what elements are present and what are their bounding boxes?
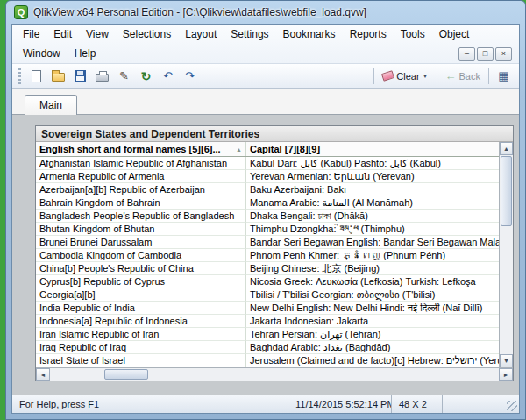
undo-button[interactable]: ↶ (158, 67, 178, 86)
resize-grip[interactable] (507, 401, 517, 411)
undo-icon: ↶ (163, 70, 173, 82)
cell-capital[interactable]: Tehran Persian: تهران (Tehrān) (246, 328, 499, 341)
cell-country[interactable]: Bhutan Kingdom of Bhutan (36, 223, 246, 236)
cell-capital[interactable]: Jerusalem (Claimed and de facto)[c] Hebr… (246, 354, 499, 367)
menu-item-object[interactable]: Object (432, 25, 477, 43)
cell-country[interactable]: China[b] People's Republic of China (36, 262, 246, 275)
table-row: Armenia Republic of ArmeniaYerevan Armen… (36, 170, 499, 183)
menu-item-settings[interactable]: Settings (224, 25, 275, 43)
cell-country[interactable]: Brunei Brunei Darussalam (36, 236, 246, 249)
cell-country[interactable]: Afghanistan Islamic Republic of Afghanis… (36, 157, 246, 170)
horizontal-scrollbar-track[interactable] (148, 368, 499, 381)
cell-capital[interactable]: Tbilisi / T'bilisi Georgian: თბილისი (T'… (246, 288, 499, 302)
cell-capital[interactable]: Bandar Seri Begawan English: Bandar Seri… (246, 236, 499, 249)
cell-capital[interactable]: Phnom Penh Khmer: ភ្នំពេញ (Phnum Pénh) (246, 249, 499, 262)
scroll-down-icon[interactable]: ▼ (500, 354, 513, 367)
reload-icon: ↻ (141, 70, 152, 82)
vertical-scrollbar[interactable]: ▲ ▼ (499, 142, 513, 367)
column-header-capital[interactable]: Capital [7][8][9] (246, 142, 499, 156)
back-button[interactable]: ← Back (442, 67, 484, 86)
cell-capital[interactable]: Baghdad Arabic: بغداد (Baghdād) (246, 341, 499, 354)
open-button[interactable] (48, 67, 68, 86)
status-help-text: For Help, press F1 (12, 395, 288, 413)
menu-item-view[interactable]: View (79, 25, 116, 43)
mdi-close-button[interactable]: × (495, 47, 512, 61)
mdi-window-controls: – □ × (458, 47, 515, 61)
new-icon (32, 70, 41, 82)
edit-script-icon: ✎ (119, 70, 129, 82)
toolbar-left-group: ✎↻↶↷ (26, 67, 200, 86)
cell-country[interactable]: Cambodia Kingdom of Cambodia (36, 249, 246, 262)
menu-item-file[interactable]: File (16, 25, 46, 43)
table-grid: English short and formal names [5][6]...… (36, 142, 513, 367)
tab-main[interactable]: Main (25, 95, 77, 116)
table-row: Bhutan Kingdom of BhutanThimphu Dzongkha… (36, 223, 499, 236)
cell-country[interactable]: Georgia[a][b] (36, 288, 246, 302)
cell-capital[interactable]: Beijing Chinese: 北京 (Beijing) (246, 262, 499, 275)
cell-country[interactable]: Iraq Republic of Iraq (36, 341, 246, 354)
menu-item-layout[interactable]: Layout (178, 25, 224, 43)
cell-capital[interactable]: Dhaka Bengali: ঢাকা (Dhākā) (246, 210, 499, 223)
window-title: QlikView x64 Personal Edition - [C:\Qlik… (33, 6, 366, 18)
mdi-minimize-button[interactable]: – (458, 47, 475, 61)
table-row: China[b] People's Republic of ChinaBeiji… (36, 262, 499, 275)
menu-item-reports[interactable]: Reports (343, 25, 394, 43)
redo-button[interactable]: ↷ (180, 67, 200, 86)
table-row: Azerbaijan[a][b] Republic of AzerbaijanB… (36, 183, 499, 196)
menu-item-edit[interactable]: Edit (46, 25, 79, 43)
save-button[interactable] (70, 67, 90, 86)
cell-capital[interactable]: Thimphu Dzongkha: ཐིམ་ཕུ (Thimphu) (246, 223, 499, 236)
cell-country[interactable]: Indonesia[a] Republic of Indonesia (36, 315, 246, 328)
menu-item-selections[interactable]: Selections (116, 25, 178, 43)
reload-button[interactable]: ↻ (136, 67, 156, 86)
table-row: Afghanistan Islamic Republic of Afghanis… (36, 157, 499, 170)
cell-country[interactable]: Bahrain Kingdom of Bahrain (36, 196, 246, 210)
vertical-scrollbar-track[interactable] (500, 227, 513, 354)
cell-capital[interactable]: Baku Azerbaijani: Bakı (246, 183, 499, 196)
toolbar-separator (437, 68, 437, 84)
sheet-tabstrip: Main (12, 89, 519, 115)
menubar: FileEditViewSelectionsLayoutSettingsBook… (12, 25, 519, 64)
table-row: Bangladesh People's Republic of Banglade… (36, 210, 499, 223)
vertical-scrollbar-thumb[interactable] (501, 156, 512, 226)
horizontal-scrollbar[interactable]: ◄ ► (36, 367, 513, 381)
cell-capital[interactable]: Kabul Dari: كابل (Kābul) Pashto: كابل (K… (246, 157, 499, 170)
cell-capital[interactable]: New Delhi English: New Delhi Hindi: नई द… (246, 302, 499, 315)
table-row: Iran Islamic Republic of IranTehran Pers… (36, 328, 499, 341)
table-box: Sovereign States and Dependent Territori… (35, 125, 514, 381)
cell-capital[interactable]: Jakarta Indonesian: Jakarta (246, 315, 499, 328)
table-row: India Republic of IndiaNew Delhi English… (36, 302, 499, 315)
table-row: Cyprus[b] Republic of CyprusNicosia Gree… (36, 275, 499, 288)
cell-country[interactable]: Cyprus[b] Republic of Cyprus (36, 275, 246, 288)
menu-item-tools[interactable]: Tools (394, 25, 432, 43)
scroll-left-icon[interactable]: ◄ (36, 368, 50, 381)
grid-icon: ▦ (498, 70, 508, 82)
cell-country[interactable]: Armenia Republic of Armenia (36, 170, 246, 183)
toolbar-separator (373, 68, 374, 84)
cell-country[interactable]: India Republic of India (36, 302, 246, 315)
column-header-names[interactable]: English short and formal names [5][6]...… (36, 142, 246, 156)
clear-button[interactable]: Clear ▼ (379, 67, 431, 86)
menu-item-window[interactable]: Window (16, 45, 68, 62)
print-icon (96, 74, 109, 82)
print-button[interactable] (92, 67, 112, 86)
table-caption[interactable]: Sovereign States and Dependent Territori… (36, 126, 513, 142)
cell-country[interactable]: Bangladesh People's Republic of Banglade… (36, 210, 246, 223)
cell-country[interactable]: Iran Islamic Republic of Iran (36, 328, 246, 341)
edit-script-button[interactable]: ✎ (114, 67, 134, 86)
cell-country[interactable]: Azerbaijan[a][b] Republic of Azerbaijan (36, 183, 246, 196)
cell-capital[interactable]: Yerevan Armenian: Երևան (Yerevan) (246, 170, 499, 183)
scroll-up-icon[interactable]: ▲ (500, 142, 513, 155)
cell-capital[interactable]: Nicosia Greek: Λευκωσία (Lefkosia) Turki… (246, 275, 499, 288)
new-button[interactable] (26, 67, 46, 86)
table-grid-main: English short and formal names [5][6]...… (36, 142, 499, 367)
design-grid-button[interactable]: ▦ (494, 67, 514, 86)
cell-capital[interactable]: Manama Arabic: المنامة (Al Manāmah) (246, 196, 499, 210)
horizontal-scrollbar-thumb[interactable] (104, 369, 148, 380)
mdi-restore-button[interactable]: □ (477, 47, 494, 61)
scroll-right-icon[interactable]: ► (499, 368, 513, 381)
menu-item-help[interactable]: Help (68, 45, 103, 62)
toolbar-grip[interactable] (18, 68, 21, 84)
cell-country[interactable]: Israel State of Israel (36, 354, 246, 367)
menu-item-bookmarks[interactable]: Bookmarks (276, 25, 343, 43)
